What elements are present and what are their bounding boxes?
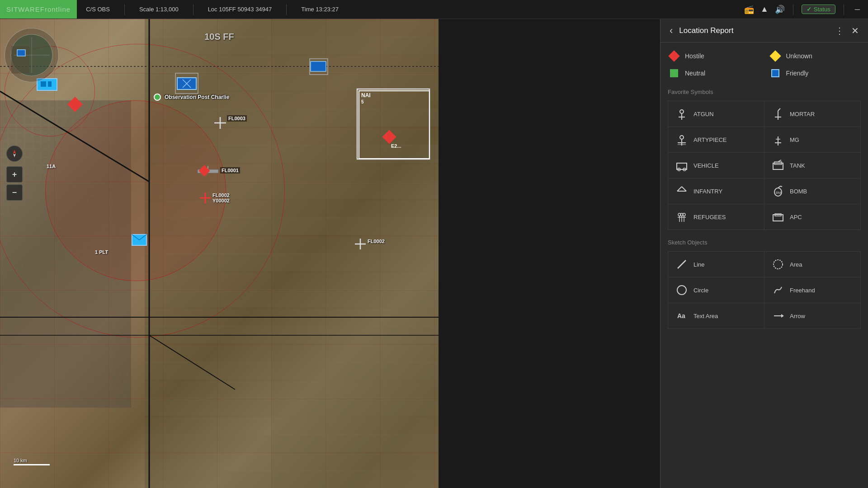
bomb-icon: BM: [771, 184, 785, 198]
svg-line-65: [780, 186, 782, 187]
symbol-refugees[interactable]: REFUGEES: [668, 204, 764, 230]
symbol-vehicle[interactable]: VEHICLE: [668, 153, 764, 178]
map-view[interactable]: 10S FF 10 km: [0, 19, 439, 488]
blue-unit-top[interactable]: [176, 74, 197, 93]
sketch-grid: Line Area Circle: [668, 251, 861, 329]
bomb-label: BOMB: [790, 188, 807, 195]
fl0002b-symbol[interactable]: FL0002: [354, 238, 367, 252]
fl0002a-symbol[interactable]: FL0002 Y00002: [199, 192, 212, 206]
compass-button[interactable]: [6, 145, 23, 162]
radio-icon[interactable]: 📻: [744, 5, 754, 14]
circle-sketch-label: Circle: [693, 287, 708, 294]
loc-info: Loc 105FF 50943 34947: [208, 4, 272, 15]
symbol-mg[interactable]: MG: [764, 127, 861, 153]
mg-label: MG: [790, 136, 799, 143]
sketch-circle[interactable]: Circle: [668, 277, 764, 303]
svg-rect-39: [41, 81, 46, 87]
tank-icon: [771, 158, 785, 173]
legend-grid: Hostile Unknown Neutral Fr: [668, 50, 861, 80]
arrow-sketch-label: Arrow: [790, 313, 805, 319]
svg-point-42: [680, 110, 684, 113]
line-sketch-icon: [675, 257, 689, 272]
neutral-legend-label: Neutral: [685, 70, 705, 77]
sketch-arrow[interactable]: Arrow: [764, 303, 861, 329]
svg-line-61: [677, 187, 682, 191]
hostile-legend-icon: [668, 50, 680, 62]
hostile-diamond-icon: [668, 50, 679, 61]
unit-1plt-label: 1 PLT: [95, 249, 108, 255]
scale-label: Scale 1:13,000: [139, 6, 179, 13]
vehicle-icon: [675, 158, 689, 173]
svg-point-77: [774, 260, 783, 269]
textarea-sketch-icon: Aa: [675, 309, 689, 323]
area-sketch-icon: [771, 257, 785, 272]
divider2: [193, 4, 193, 15]
symbol-mortar[interactable]: MORTAR: [764, 101, 861, 127]
nai-e2-label: E2...: [391, 143, 401, 149]
tactical-lines: [0, 19, 439, 488]
scale-info: Scale 1:13,000: [139, 4, 179, 15]
scale-text: 10 km: [14, 458, 27, 463]
freehand-sketch-label: Freehand: [790, 287, 815, 294]
sidebar-close-button[interactable]: ✕: [848, 23, 863, 38]
fl0003-symbol[interactable]: FL0003: [213, 116, 227, 131]
artypiece-label: ARTYPIECE: [693, 136, 726, 143]
sketch-textarea[interactable]: Aa Text Area: [668, 303, 764, 329]
area-sketch-label: Area: [790, 261, 802, 268]
nai-hostile-diamond: [382, 130, 396, 144]
nai-content: NAI 5: [361, 92, 371, 104]
window-minimize[interactable]: ─: [852, 5, 863, 14]
sketch-freehand[interactable]: Freehand: [764, 277, 861, 303]
neutral-square-icon: [670, 69, 678, 77]
sketch-line[interactable]: Line: [668, 252, 764, 277]
svg-line-46: [778, 108, 780, 111]
textarea-sketch-label: Text Area: [693, 313, 718, 319]
friendly-legend-icon: [769, 67, 782, 80]
symbol-infantry[interactable]: INFANTRY: [668, 178, 764, 204]
sketch-area[interactable]: Area: [764, 252, 861, 277]
mg-icon: [771, 132, 785, 147]
tank-label: TANK: [790, 162, 805, 169]
divider4: [793, 4, 793, 15]
symbol-atgun[interactable]: ATGUN: [668, 101, 764, 127]
time-label: Time 13:23:27: [301, 6, 339, 13]
svg-point-78: [677, 286, 686, 295]
svg-marker-22: [13, 154, 16, 157]
symbol-apc[interactable]: APC: [764, 204, 861, 230]
freehand-sketch-icon: [771, 283, 785, 297]
unknown-diamond-icon: [769, 50, 781, 61]
symbol-artypiece[interactable]: ARTYPIECE: [668, 127, 764, 153]
sidebar-menu-button[interactable]: ⋮: [831, 23, 848, 38]
blue-unit-envelope[interactable]: [131, 234, 147, 248]
friendly-legend-label: Friendly: [786, 70, 809, 77]
fl0002b-label: FL0002: [368, 239, 385, 244]
zoom-in-button[interactable]: +: [6, 166, 23, 183]
brand-sub: Frontline: [40, 5, 71, 13]
symbols-grid: ATGUN MORTAR: [668, 101, 861, 230]
arrow-sketch-icon: [771, 309, 785, 323]
sidebar-header: ‹ Location Report ⋮ ✕: [660, 19, 868, 42]
fl0001-symbol[interactable]: FL0001: [197, 166, 219, 176]
zoom-out-button[interactable]: −: [6, 184, 23, 201]
nai-sub: 5: [361, 99, 371, 104]
nai-label: NAI: [361, 92, 371, 99]
nai-box: NAI 5 E2...: [359, 90, 430, 159]
fl0001-label: FL0001: [220, 167, 240, 174]
sidebar-title: Location Report: [679, 26, 831, 35]
blue-unit-small[interactable]: [310, 60, 327, 76]
artypiece-icon: [675, 132, 689, 147]
app-brand: SITWARE Frontline: [0, 0, 77, 19]
sidebar-back-button[interactable]: ‹: [666, 23, 676, 38]
svg-line-76: [678, 260, 686, 268]
symbol-bomb[interactable]: BM BOMB: [764, 178, 861, 204]
time-info: Time 13:23:27: [301, 4, 339, 15]
unknown-legend-icon: [769, 50, 782, 62]
friendly-square-icon: [771, 69, 779, 77]
volume-icon[interactable]: 🔊: [775, 5, 785, 14]
topbar: SITWARE Frontline C/S OBS Scale 1:13,000…: [0, 0, 868, 19]
svg-rect-20: [17, 50, 25, 56]
legend-friendly: Friendly: [769, 67, 861, 80]
mortar-label: MORTAR: [790, 111, 815, 117]
symbol-tank[interactable]: TANK: [764, 153, 861, 178]
obs-post-charlie[interactable]: Observation Post Charlie: [154, 94, 229, 101]
